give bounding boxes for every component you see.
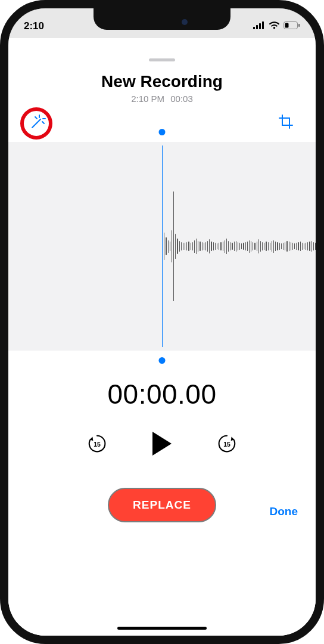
skip-forward-button[interactable]: 15 (216, 432, 238, 457)
wifi-icon (269, 20, 280, 32)
playback-timer: 00:00.00 (8, 378, 316, 410)
waveform-bar (268, 242, 269, 251)
waveform-bar (234, 242, 235, 252)
skip-forward-15-icon: 15 (216, 432, 238, 457)
waveform-bar (283, 243, 284, 250)
play-icon (150, 448, 174, 459)
trim-button[interactable] (274, 111, 299, 136)
waveform-bar (258, 239, 259, 253)
sheet-grabber[interactable] (149, 58, 175, 61)
waveform-bar (196, 239, 197, 253)
done-button[interactable]: Done (270, 505, 298, 518)
recording-title: New Recording (8, 72, 316, 91)
waveform-bar (292, 243, 293, 250)
waveform-bar (232, 243, 232, 250)
waveform-bar (277, 242, 278, 251)
waveform-bar (294, 243, 295, 250)
recording-time: 2:10 PM (131, 94, 164, 104)
waveform-bar (262, 242, 263, 251)
battery-icon (284, 20, 300, 32)
crop-icon (278, 114, 295, 133)
recording-subtitle: 2:10 PM 00:03 (8, 94, 316, 104)
screen: New Recording 2:10 PM 00:03 (8, 38, 316, 636)
play-button[interactable] (150, 431, 174, 459)
svg-rect-2 (259, 23, 261, 29)
waveform-bar (245, 242, 246, 251)
waveform-bar (286, 241, 287, 252)
waveform-bar (236, 241, 236, 252)
waveform-bar (215, 243, 216, 250)
recording-duration: 00:03 (170, 94, 193, 104)
waveform-bar (183, 243, 183, 250)
playhead-top-handle[interactable] (159, 129, 166, 135)
waveform-bar (185, 243, 185, 250)
waveform-bar (281, 243, 282, 250)
svg-line-11 (42, 122, 44, 123)
playback-controls: 15 (8, 431, 316, 459)
svg-rect-5 (285, 23, 289, 28)
waveform-bar (211, 242, 211, 252)
waveform (162, 142, 316, 351)
waveform-bar (186, 242, 187, 251)
waveform-bar (204, 243, 204, 250)
waveform-bar (251, 241, 251, 252)
waveform-bar (302, 243, 303, 250)
phone-frame: 2:10 New Recording 2:10 PM 00:03 (0, 0, 324, 644)
waveform-bar (313, 242, 314, 251)
magic-wand-icon (29, 113, 46, 134)
waveform-bar (213, 242, 214, 251)
playhead[interactable] (162, 145, 163, 347)
waveform-bar (209, 239, 210, 253)
waveform-bar (266, 242, 266, 252)
svg-rect-0 (253, 27, 255, 29)
waveform-bar (241, 243, 242, 250)
skip-back-15-icon: 15 (86, 432, 108, 457)
waveform-bar (219, 243, 219, 250)
svg-rect-3 (262, 21, 264, 29)
waveform-bar (172, 230, 172, 263)
waveform-bar (311, 241, 312, 252)
waveform-bar (289, 242, 289, 252)
svg-text:15: 15 (223, 441, 230, 448)
waveform-bar (247, 242, 248, 252)
skip-back-button[interactable]: 15 (86, 432, 108, 457)
enhance-button[interactable] (25, 111, 50, 136)
svg-line-7 (32, 119, 40, 128)
waveform-bar (181, 242, 182, 251)
waveform-bar (166, 237, 166, 255)
svg-line-10 (35, 117, 37, 119)
waveform-bar (202, 242, 202, 251)
waveform-bar (243, 243, 244, 250)
waveform-bar (304, 243, 304, 250)
playhead-bottom-handle[interactable] (159, 357, 166, 364)
replace-button[interactable]: REPLACE (108, 488, 216, 522)
waveform-bar (198, 241, 198, 252)
waveform-bar (300, 242, 301, 252)
waveform-bar (296, 243, 297, 250)
waveform-bar (200, 242, 200, 252)
waveform-bar (291, 242, 291, 251)
waveform-bar (307, 242, 308, 251)
waveform-bar (217, 243, 217, 250)
waveform-track[interactable] (8, 142, 316, 351)
edit-sheet: New Recording 2:10 PM 00:03 (8, 52, 316, 636)
waveform-bar (164, 233, 164, 260)
home-indicator[interactable] (117, 627, 207, 630)
waveform-bar (170, 242, 170, 252)
waveform-bar (273, 240, 274, 253)
waveform-bar (177, 239, 177, 253)
waveform-bar (228, 241, 229, 252)
waveform-bar (279, 243, 280, 250)
status-time: 2:10 (24, 20, 44, 32)
waveform-bar (207, 241, 208, 252)
svg-rect-6 (298, 24, 300, 27)
waveform-bar (254, 243, 255, 250)
waveform-area[interactable] (8, 142, 316, 351)
waveform-bar (188, 242, 189, 252)
waveform-bar (205, 242, 206, 251)
waveform-bar (275, 242, 276, 252)
waveform-bar (309, 242, 310, 252)
waveform-bar (249, 240, 250, 253)
waveform-bar (179, 241, 180, 252)
waveform-bar (191, 243, 191, 250)
